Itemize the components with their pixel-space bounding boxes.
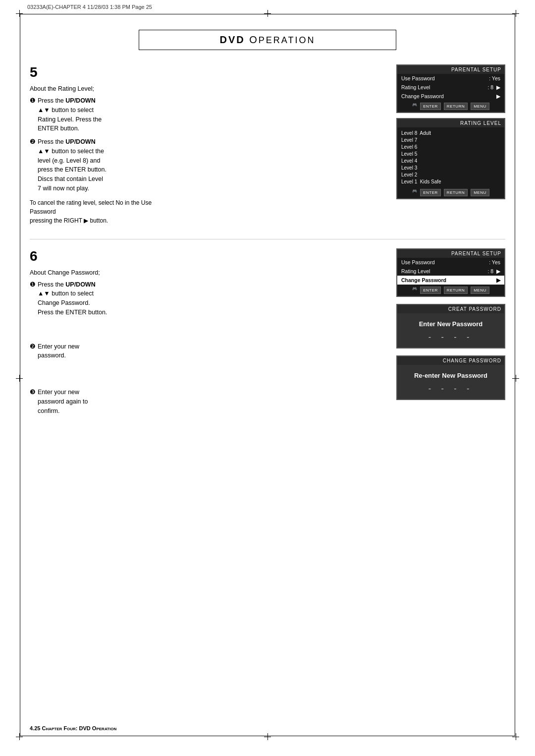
tv-row-change-password1: Change Password▶	[397, 92, 504, 101]
circle-1: ❶	[30, 97, 36, 104]
main-content: 5 About the Rating Level; ❶ Press the UP…	[30, 64, 505, 726]
step5-text1: Press the UP/DOWN ▲▼ button to select Ra…	[38, 96, 102, 133]
tv-btn-menu2: MENU	[471, 287, 489, 294]
tv-btn-menu-rating: MENU	[471, 189, 489, 196]
tv-row-use-password2: Use Password: Yes	[397, 258, 504, 267]
tv-row-rating-level2: Rating Level: 8 ▶	[397, 267, 504, 276]
step5-instruction2: ❷ Press the UP/DOWN ▲▼ button to select …	[30, 137, 173, 193]
page-title: DVD OPERATION	[149, 34, 386, 46]
rating-item-6: Level 6	[401, 143, 500, 150]
rating-item-3: Level 3	[401, 164, 500, 171]
corner-cross-tl	[16, 10, 23, 17]
section-6-left: 6 About Change Password; ❶ Press the UP/…	[30, 248, 183, 420]
rating-item-1: Level 1 Kids Safe	[401, 178, 500, 185]
tv-btn-return-rating: RETURN	[444, 189, 468, 196]
tv-change-password-body: Re-enter New Password - - - -	[397, 365, 504, 399]
step6-number: 6	[30, 248, 173, 264]
tv-rating-list: Level 8 Adult Level 7 Level 6 Level 5 Le…	[397, 127, 504, 187]
cross-bottom-center	[264, 733, 271, 740]
tv-btn-return1: RETURN	[444, 103, 468, 110]
circle-2: ❷	[30, 138, 36, 145]
reenter-password-dashes: - - - -	[402, 384, 499, 393]
tv-footer1: 🎮 ENTER RETURN MENU	[397, 101, 504, 112]
tv-header-change: CHANGE PASSWORD	[397, 356, 504, 365]
tv-btn-menu1: MENU	[471, 103, 489, 110]
step6-instruction2: ❷ Enter your new password.	[30, 342, 173, 361]
step5-number: 5	[30, 64, 173, 80]
corner-cross-bl	[16, 733, 23, 740]
step5-text2: Press the UP/DOWN ▲▼ button to select th…	[38, 137, 107, 193]
title-box: DVD OPERATION	[139, 30, 396, 50]
parental-setup-screen-1: PARENTAL SETUP Use Password: Yes Rating …	[396, 64, 505, 113]
tv-btn-return2: RETURN	[444, 287, 468, 294]
step6-text2: Enter your new password.	[38, 342, 79, 361]
tv-btn-enter2: ENTER	[420, 287, 441, 294]
step6-text1: Press the UP/DOWN ▲▼ button to select Ch…	[38, 280, 107, 317]
section-divider	[30, 239, 505, 239]
create-password-screen: CREAT PASSWORD Enter New Password - - - …	[396, 304, 505, 349]
step6-label: About Change Password;	[30, 269, 173, 276]
tv-header-parental1: PARENTAL SETUP	[397, 65, 504, 74]
rating-item-4: Level 4	[401, 157, 500, 164]
rating-item-8: Level 8 Adult	[401, 129, 500, 136]
circle6-3: ❸	[30, 388, 36, 396]
rating-level-screen: RATING LEVEL Level 8 Adult Level 7 Level…	[396, 118, 505, 199]
enter-new-password-dashes: - - - -	[402, 333, 499, 342]
cross-left-center	[16, 375, 23, 382]
enter-new-password-title: Enter New Password	[402, 320, 499, 328]
section-5-right: PARENTAL SETUP Use Password: Yes Rating …	[183, 64, 505, 225]
cancel-note: To cancel the rating level, select No in…	[30, 198, 173, 225]
step6-instruction1: ❶ Press the UP/DOWN ▲▼ button to select …	[30, 280, 173, 317]
tv-create-password-body: Enter New Password - - - -	[397, 313, 504, 348]
tv-footer-rating: 🎮 ENTER RETURN MENU	[397, 187, 504, 198]
rating-item-2: Level 2	[401, 171, 500, 178]
page-footer: 4.25 Chapter Four: DVD Operation	[30, 725, 505, 731]
change-password-screen: CHANGE PASSWORD Re-enter New Password - …	[396, 355, 505, 400]
step5-label: About the Rating Level;	[30, 85, 173, 92]
reenter-password-title: Re-enter New Password	[402, 372, 499, 379]
rating-item-5: Level 5	[401, 150, 500, 157]
section-6: 6 About Change Password; ❶ Press the UP/…	[30, 248, 505, 420]
corner-cross-tr	[512, 10, 519, 17]
rating-item-7: Level 7	[401, 136, 500, 143]
step5-instruction1: ❶ Press the UP/DOWN ▲▼ button to select …	[30, 96, 173, 133]
tv-row-change-password2: Change Password▶	[397, 276, 504, 285]
cross-top-center	[264, 10, 271, 17]
tv-btn-enter1: ENTER	[420, 103, 441, 110]
corner-cross-br	[512, 733, 519, 740]
tv-btn-enter-rating: ENTER	[420, 189, 441, 196]
cross-right-center	[512, 375, 519, 382]
tv-row-rating-level1: Rating Level: 8 ▶	[397, 83, 504, 92]
footer-page-num: 4.25 Chapter Four: DVD Operation	[30, 725, 116, 731]
tv-row-use-password1: Use Password: Yes	[397, 74, 504, 83]
step6-text3: Enter your new password again to confirm…	[38, 388, 88, 415]
tv-header-parental2: PARENTAL SETUP	[397, 249, 504, 258]
tv-footer2: 🎮 ENTER RETURN MENU	[397, 285, 504, 296]
tv-header-rating: RATING LEVEL	[397, 119, 504, 127]
parental-setup-screen-2: PARENTAL SETUP Use Password: Yes Rating …	[396, 248, 505, 297]
tv-header-create: CREAT PASSWORD	[397, 305, 504, 313]
step6-instruction3: ❸ Enter your new password again to confi…	[30, 388, 173, 415]
section-5-left: 5 About the Rating Level; ❶ Press the UP…	[30, 64, 183, 225]
section-6-right: PARENTAL SETUP Use Password: Yes Rating …	[183, 248, 505, 420]
circle6-2: ❷	[30, 343, 36, 350]
header-meta: 03233A(E)-CHAPTER 4 11/28/03 1:38 PM Pag…	[27, 4, 152, 10]
circle6-1: ❶	[30, 281, 36, 288]
section-5: 5 About the Rating Level; ❶ Press the UP…	[30, 64, 505, 225]
